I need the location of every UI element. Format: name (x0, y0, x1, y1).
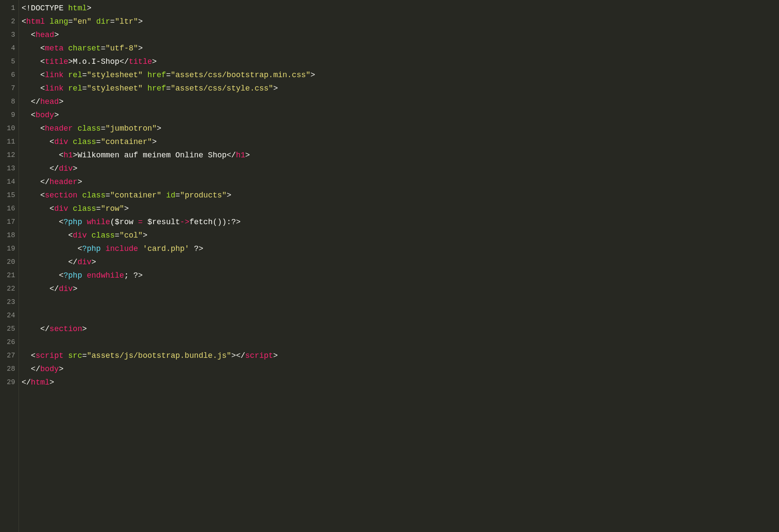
line-number: 2 (0, 15, 15, 28)
code-line[interactable]: <!DOCTYPE html> (22, 2, 779, 15)
code-line[interactable]: <body> (22, 109, 779, 122)
code-token: 'card.php' (143, 244, 189, 253)
code-token (68, 138, 73, 146)
line-number: 5 (0, 55, 15, 69)
code-token: div (59, 164, 72, 173)
code-token: body (40, 365, 59, 373)
code-line[interactable]: </html> (22, 376, 779, 389)
code-token: "stylesheet" (87, 71, 143, 79)
code-token: class (91, 231, 115, 240)
code-token (63, 84, 68, 93)
code-token: Wilkommen auf meinem Online Shop (78, 151, 227, 160)
code-token: = (68, 17, 73, 26)
code-line[interactable]: <link rel="stylesheet" href="assets/css/… (22, 82, 779, 95)
code-line[interactable]: </header> (22, 175, 779, 189)
code-line[interactable]: <?php endwhile; ?> (22, 269, 779, 282)
code-token: href (148, 84, 166, 93)
code-line[interactable] (22, 336, 779, 349)
code-token: < (40, 84, 45, 93)
code-line[interactable]: <h1>Wilkommen auf meinem Online Shop</h1… (22, 149, 779, 162)
code-token: </ (40, 178, 50, 186)
code-line[interactable]: <?php include 'card.php' ?> (22, 242, 779, 256)
line-number: 25 (0, 322, 15, 336)
code-token: > (138, 17, 143, 26)
code-token (161, 191, 166, 200)
code-token (63, 44, 68, 53)
code-token: </ (40, 325, 50, 333)
line-number: 15 (0, 189, 15, 202)
code-line[interactable]: <div class="container"> (22, 135, 779, 149)
code-line[interactable]: </div> (22, 162, 779, 175)
line-number: 18 (0, 229, 15, 242)
code-line[interactable]: <meta charset="utf-8"> (22, 42, 779, 55)
code-token: < (31, 31, 36, 39)
code-token: > (73, 151, 78, 160)
code-token: = (166, 71, 171, 79)
line-number: 12 (0, 149, 15, 162)
code-token (63, 4, 68, 13)
code-line[interactable]: <title>M.o.I-Shop</title> (22, 55, 779, 69)
code-token: = (101, 44, 106, 53)
code-token: h1 (236, 151, 245, 160)
code-token: section (50, 325, 82, 333)
code-line[interactable]: <script src="assets/js/bootstrap.bundle.… (22, 349, 779, 363)
code-line[interactable]: <?php while($row = $result->fetch()):?> (22, 216, 779, 229)
code-token: = (96, 204, 101, 213)
code-token: </ (119, 57, 129, 66)
code-line[interactable]: </head> (22, 95, 779, 109)
code-token: div (59, 285, 72, 293)
code-line[interactable]: </section> (22, 322, 779, 336)
code-token: </ (50, 285, 59, 293)
code-token: M.o.I-Shop (73, 57, 119, 66)
code-token: > (124, 204, 129, 213)
code-token: head (40, 97, 59, 106)
code-token: "container" (101, 138, 152, 146)
code-line[interactable] (22, 309, 779, 322)
code-editor-area[interactable]: <!DOCTYPE html><html lang="en" dir="ltr"… (19, 0, 779, 532)
code-token: "row" (101, 204, 124, 213)
code-token: "col" (119, 231, 143, 240)
code-token: < (68, 231, 73, 240)
line-number: 22 (0, 282, 15, 296)
code-token: "ltr" (115, 17, 138, 26)
line-number: 17 (0, 216, 15, 229)
code-token: > (59, 97, 63, 106)
code-token: </ (22, 378, 31, 387)
code-token: dir (96, 17, 110, 26)
code-token: </ (50, 164, 59, 173)
line-number: 19 (0, 242, 15, 256)
code-token: > (59, 365, 63, 373)
code-token: > (273, 351, 278, 360)
code-token: rel (68, 71, 82, 79)
line-number: 16 (0, 202, 15, 216)
code-line[interactable]: </body> (22, 363, 779, 376)
code-line[interactable]: <header class="jumbotron"> (22, 122, 779, 135)
code-line[interactable]: </div> (22, 256, 779, 269)
code-token: < (40, 57, 45, 66)
code-token (68, 204, 73, 213)
code-line[interactable]: <section class="container" id="products"… (22, 189, 779, 202)
code-token: > (152, 138, 157, 146)
line-number: 3 (0, 28, 15, 42)
code-line[interactable]: <head> (22, 28, 779, 42)
code-token: = (96, 138, 101, 146)
code-token: = (115, 231, 119, 240)
code-line[interactable]: </div> (22, 282, 779, 296)
line-number: 8 (0, 95, 15, 109)
code-token: DOCTYPE (31, 4, 64, 13)
code-line[interactable] (22, 296, 779, 309)
code-token: = (176, 191, 180, 200)
code-token: < (40, 191, 45, 200)
code-line[interactable]: <div class="row"> (22, 202, 779, 216)
code-line[interactable]: <div class="col"> (22, 229, 779, 242)
code-token: = (82, 351, 87, 360)
code-token: </ (68, 258, 78, 266)
code-token: head (35, 31, 54, 39)
line-number: 24 (0, 309, 15, 322)
code-line[interactable]: <link rel="stylesheet" href="assets/css/… (22, 69, 779, 82)
code-token: endwhile (87, 271, 124, 280)
code-token: class (73, 204, 96, 213)
code-token: > (245, 151, 250, 160)
code-line[interactable]: <html lang="en" dir="ltr"> (22, 15, 779, 28)
code-token: ?> (189, 244, 203, 253)
